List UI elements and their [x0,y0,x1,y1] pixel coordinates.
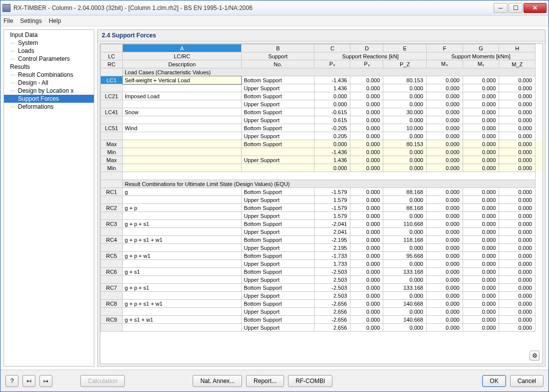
cell-support[interactable]: Bottom Support [242,220,314,228]
tree-result-combinations[interactable]: Result Combinations [4,71,94,79]
row-id[interactable] [101,132,123,140]
cell-value[interactable]: 0.000 [499,316,536,324]
cell-value[interactable]: 88.168 [383,188,427,196]
cell-value[interactable]: 0.000 [499,228,536,236]
cell-value[interactable]: 0.000 [383,244,427,252]
cell-value[interactable]: 0.000 [499,236,536,244]
cell-value[interactable]: 0.000 [499,140,536,148]
cell-support[interactable]: Bottom Support [242,92,314,100]
options-icon[interactable]: ⚙ [530,351,540,361]
cell-desc[interactable]: Imposed Load [123,92,242,100]
cell-value[interactable]: 0.000 [426,252,463,260]
row-id[interactable] [101,228,123,236]
cell-value[interactable]: 0.000 [350,148,383,156]
cell-value[interactable]: 0.000 [463,204,499,212]
cell-desc[interactable]: g + s1 [123,268,242,276]
cell-value[interactable]: 140.668 [383,300,427,308]
cell-value[interactable]: 2.656 [314,324,350,332]
cell-value[interactable]: 133.168 [383,284,427,292]
cell-value[interactable]: 0.000 [350,196,383,204]
row-id[interactable]: RC9 [101,316,123,324]
cell-value[interactable]: 0.000 [426,92,463,100]
next-button[interactable]: ↦ [39,375,52,387]
cell-value[interactable]: 0.000 [463,268,499,276]
cell-value[interactable]: 0.000 [463,84,499,92]
cell-value[interactable]: -2.656 [314,300,350,308]
cell-support[interactable]: Bottom Support [242,316,314,324]
cell-value[interactable]: 1.579 [314,212,350,220]
cell-support[interactable]: Upper Support [242,228,314,236]
cell-value[interactable]: 1.579 [314,196,350,204]
cell-support[interactable]: Bottom Support [242,124,314,132]
cell-value[interactable]: 0.000 [383,132,427,140]
cell-value[interactable]: 0.000 [350,276,383,284]
cell-value[interactable]: 0.000 [383,164,427,172]
col-H[interactable]: H [499,44,536,52]
cell-value[interactable]: 0.000 [383,100,427,108]
cell-desc[interactable] [123,140,242,148]
nav-tree[interactable]: Input Data System Loads Control Paramete… [3,29,94,367]
col-F[interactable]: F [426,44,463,52]
cell-value[interactable]: 2.041 [314,228,350,236]
cell-desc[interactable] [123,156,242,164]
cell-value[interactable]: 0.000 [350,124,383,132]
row-id[interactable] [101,196,123,204]
cell-value[interactable]: 0.000 [383,308,427,316]
cell-value[interactable]: 0.000 [499,308,536,316]
cell-value[interactable]: 0.000 [426,244,463,252]
row-id[interactable]: Max [101,156,123,164]
cell-desc[interactable] [123,244,242,252]
cell-value[interactable]: 0.000 [463,300,499,308]
cell-value[interactable]: 0.000 [426,140,463,148]
cell-value[interactable]: 0.000 [350,260,383,268]
cell-value[interactable]: 0.000 [463,324,499,332]
cell-desc[interactable]: g [123,188,242,196]
cell-support[interactable]: Upper Support [242,260,314,268]
cell-value[interactable]: 0.000 [463,76,499,84]
cell-value[interactable]: 0.000 [350,284,383,292]
row-id[interactable] [101,84,123,92]
cell-value[interactable]: 133.168 [383,268,427,276]
cell-desc[interactable]: g + p + s1 + w1 [123,236,242,244]
cell-value[interactable]: 0.000 [350,76,383,84]
cell-support[interactable]: Upper Support [242,196,314,204]
row-id[interactable]: RC3 [101,220,123,228]
cell-value[interactable]: 0.000 [426,204,463,212]
cell-value[interactable]: 0.000 [426,84,463,92]
cell-value[interactable]: 0.000 [350,108,383,116]
cell-value[interactable]: 0.000 [499,148,536,156]
cell-value[interactable]: 110.668 [383,220,427,228]
cancel-button[interactable]: Cancel [510,375,544,387]
tree-control[interactable]: Control Parameters [4,55,94,63]
menu-settings[interactable]: Settings [20,17,41,24]
cell-value[interactable]: 0.000 [499,212,536,220]
cell-value[interactable]: 0.000 [499,188,536,196]
cell-value[interactable]: 0.000 [383,260,427,268]
cell-value[interactable]: 0.000 [350,188,383,196]
cell-value[interactable]: 0.000 [463,164,499,172]
cell-value[interactable]: 0.000 [426,236,463,244]
cell-desc[interactable] [123,308,242,316]
cell-value[interactable]: -0.205 [314,124,350,132]
cell-value[interactable]: 0.000 [350,300,383,308]
row-id[interactable]: RC7 [101,284,123,292]
maximize-button[interactable]: ☐ [509,3,523,13]
cell-value[interactable]: 0.000 [350,204,383,212]
cell-desc[interactable]: Self-weight + Vertical Load [123,76,242,84]
row-id[interactable]: RC2 [101,204,123,212]
cell-value[interactable]: 0.000 [350,116,383,124]
cell-value[interactable]: 0.000 [350,156,383,164]
cell-desc[interactable] [123,196,242,204]
cell-desc[interactable]: g + p [123,204,242,212]
tree-results[interactable]: Results [4,63,94,71]
rfcombi-button[interactable]: RF-COMBI [288,375,332,387]
row-id[interactable]: RC4 [101,236,123,244]
cell-value[interactable]: 80.153 [383,76,427,84]
cell-value[interactable]: 0.000 [463,292,499,300]
cell-value[interactable]: 0.000 [350,164,383,172]
cell-value[interactable]: -2.503 [314,268,350,276]
cell-value[interactable]: 0.000 [350,228,383,236]
cell-value[interactable]: 0.000 [463,276,499,284]
cell-value[interactable]: 0.000 [463,212,499,220]
cell-value[interactable]: 0.000 [463,140,499,148]
